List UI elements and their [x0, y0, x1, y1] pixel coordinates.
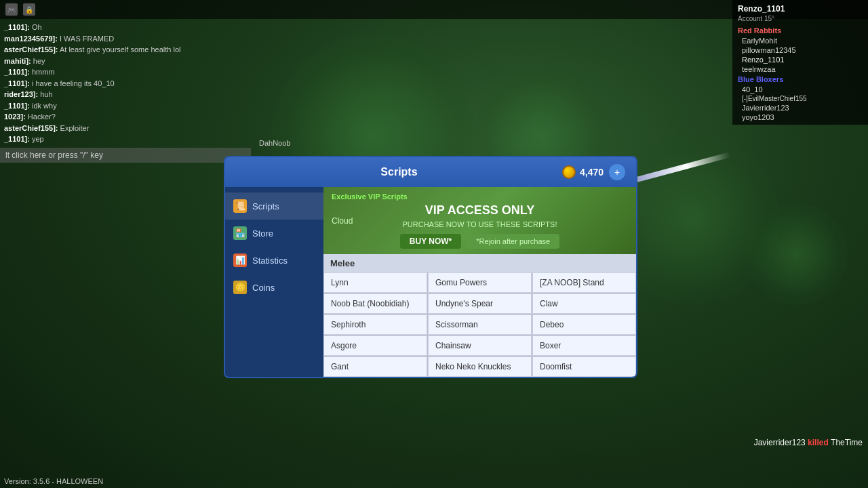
player-entry: [-]EvilMasterChief155 [732, 94, 868, 103]
vip-buttons: BUY NOW* *Rejoin after purchase [332, 234, 628, 249]
modal-content: Exclusive VIP Scripts Cloud VIP ACCESS O… [323, 187, 636, 377]
script-cell-za-noob[interactable]: [ZA NOOB] Stand [532, 272, 636, 293]
chat-message: _1101]: idk why [4, 100, 247, 112]
player-username: Renzo_1101 [732, 3, 868, 15]
team-blue-header: Blue Bloxers [732, 74, 868, 85]
script-cell-sephiroth[interactable]: Sephiroth [323, 314, 427, 335]
player-entry: teelnwzaa [732, 64, 868, 74]
version-label: Version: 3.5.6 - HALLOWEEN [4, 477, 103, 485]
game-icon: 🎮 [5, 3, 18, 16]
script-cell-chainsaw[interactable]: Chainsaw [428, 336, 532, 356]
modal-sidebar: 📜 Scripts 🏪 Store 📊 Statistics 🪙 Coins [225, 187, 323, 377]
player-entry: yoyo1203 [732, 113, 868, 122]
rejoin-button[interactable]: *Rejoin after purchase [467, 234, 559, 249]
script-cell-lynn[interactable]: Lynn [323, 272, 427, 293]
player-entry: EarlyMohit [732, 36, 868, 45]
chat-message: asterChief155]: At least give yourself s… [4, 44, 247, 56]
player-entry: pillowman12345 [732, 45, 868, 55]
script-cell-gomu[interactable]: Gomu Powers [428, 272, 532, 293]
chat-message: rider123]: huh [4, 89, 247, 100]
sidebar-item-store[interactable]: 🏪 Store [225, 220, 323, 247]
modal-body: 📜 Scripts 🏪 Store 📊 Statistics 🪙 Coins [225, 187, 636, 377]
sidebar-store-label: Store [252, 228, 273, 239]
script-cell-debeo[interactable]: Debeo [532, 314, 636, 335]
chat-messages: _1101]: Oh man12345679]: I WAS FRAMED as… [0, 19, 251, 148]
scripts-modal: Scripts 4,470 + 📜 Scripts 🏪 Store 📊 [224, 156, 637, 378]
modal-title: Scripts [236, 166, 562, 178]
chat-message: man12345679]: I WAS FRAMED [4, 33, 247, 45]
coin-icon [562, 165, 576, 179]
coins-value: 4,470 [580, 167, 604, 178]
chat-message: _1101]: yep [4, 134, 247, 145]
vip-exclusive-label: Exclusive VIP Scripts [332, 192, 628, 201]
close-button[interactable]: + [609, 164, 625, 180]
chat-message: 1023]: Hacker? [4, 111, 247, 123]
scripts-grid: Lynn Gomu Powers [ZA NOOB] Stand Noob Ba… [323, 272, 636, 377]
chat-input[interactable]: lt click here or press "/" key [0, 148, 251, 163]
vip-subtitle: PURCHASE NOW TO USE THESE SCRIPTS! [332, 220, 628, 228]
sidebar-statistics-label: Statistics [252, 256, 288, 266]
stats-icon: 📊 [233, 253, 247, 267]
chat-message: _1101]: hmmm [4, 66, 247, 78]
coins-display: 4,470 [562, 165, 604, 179]
killer-name: Javierrider123 [754, 438, 806, 447]
modal-header: Scripts 4,470 + [225, 157, 636, 187]
killed-name: TheTime [831, 438, 863, 447]
chat-message: asterChief155]: Exploiter [4, 123, 247, 134]
chat-message: mahiti]: hey [4, 56, 247, 67]
coins-icon: 🪙 [233, 281, 247, 294]
dahnoob-label: DahNoob [259, 139, 290, 147]
script-cell-asgore[interactable]: Asgore [323, 336, 427, 356]
vip-title: VIP ACCESS ONLY [332, 203, 628, 218]
vip-banner: Exclusive VIP Scripts Cloud VIP ACCESS O… [323, 187, 636, 254]
modal-overlay: Scripts 4,470 + 📜 Scripts 🏪 Store 📊 [224, 156, 637, 378]
chat-message: _1101]: i have a feeling its 40_10 [4, 78, 247, 89]
store-icon: 🏪 [233, 226, 247, 240]
sidebar-scripts-label: Scripts [252, 201, 279, 211]
kill-action: killed [808, 438, 831, 447]
chat-message: _1101]: Oh [4, 22, 247, 33]
script-cell-gant[interactable]: Gant [323, 357, 427, 377]
sidebar-coins-label: Coins [252, 283, 275, 293]
player-panel: Renzo_1101 Account 15° Red Rabbits Early… [732, 0, 868, 125]
scripts-icon: 📜 [233, 199, 247, 213]
player-entry-self: Renzo_1101 [732, 55, 868, 64]
team-red-header: Red Rabbits [732, 25, 868, 36]
lock-icon: 🔒 [23, 3, 35, 16]
player-entry: Javierrider123 [732, 103, 868, 113]
sidebar-item-statistics[interactable]: 📊 Statistics [225, 247, 323, 274]
buy-now-button[interactable]: BUY NOW* [400, 234, 461, 249]
script-cell-neko[interactable]: Neko Neko Knuckles [428, 357, 532, 377]
chat-panel: _1101]: Oh man12345679]: I WAS FRAMED as… [0, 19, 251, 163]
bg-blob-4 [746, 203, 848, 305]
script-cell-claw[interactable]: Claw [532, 293, 636, 314]
melee-section-header: Melee [323, 254, 636, 272]
cloud-label: Cloud [332, 216, 353, 226]
sidebar-item-scripts[interactable]: 📜 Scripts [225, 192, 323, 220]
script-cell-noob-bat[interactable]: Noob Bat (Noobidiah) [323, 293, 427, 314]
player-account: Account 15° [732, 15, 868, 25]
script-cell-scissorman[interactable]: Scissorman [428, 314, 532, 335]
script-cell-doomfist[interactable]: Doomfist [532, 357, 636, 377]
script-cell-undyne[interactable]: Undyne's Spear [428, 293, 532, 314]
player-entry: 40_10 [732, 85, 868, 94]
script-cell-boxer[interactable]: Boxer [532, 336, 636, 356]
sidebar-item-coins[interactable]: 🪙 Coins [225, 274, 323, 301]
kill-feed: Javierrider123 killed TheTime [754, 438, 868, 447]
